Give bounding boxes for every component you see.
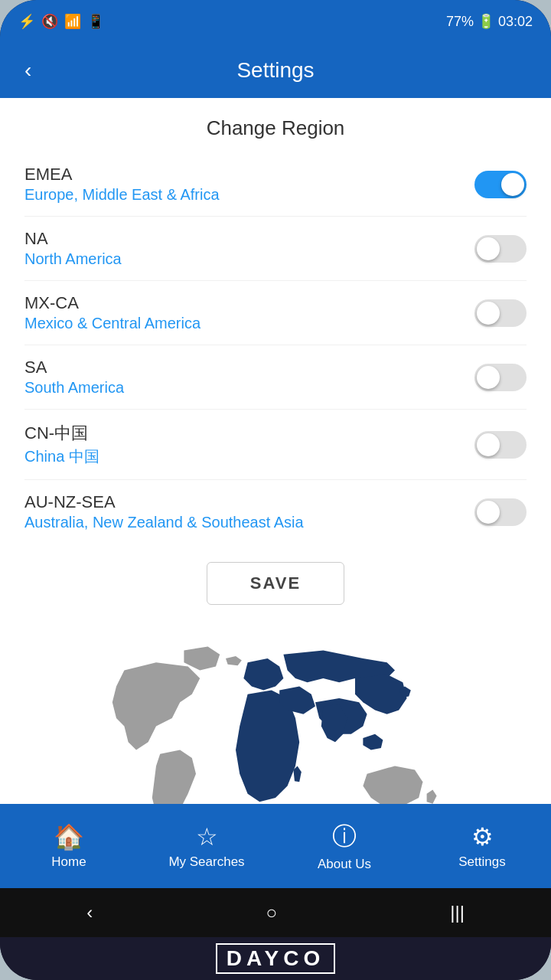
world-map	[77, 623, 474, 804]
region-toggle-5[interactable]	[474, 498, 527, 526]
region-name-2: Mexico & Central America	[24, 315, 201, 332]
region-code-1: NA	[24, 229, 122, 249]
region-name-1: North America	[24, 250, 122, 268]
region-toggle-4[interactable]	[474, 431, 527, 459]
dayco-brand: DAYCO	[216, 943, 336, 974]
region-item-3: SASouth America	[24, 345, 527, 410]
region-code-4: CN-中国	[24, 422, 99, 445]
info-icon: ⓘ	[332, 820, 357, 854]
region-code-0: EMEA	[24, 165, 220, 185]
toggle-knob-5	[477, 501, 500, 524]
time-display: 03:02	[498, 14, 533, 29]
brand-bar: DAYCO	[0, 937, 551, 980]
android-nav: ‹ ○ |||	[0, 888, 551, 937]
region-item-2: MX-CAMexico & Central America	[24, 281, 527, 345]
wifi-icon: 📶	[64, 13, 81, 30]
save-button[interactable]: SAVE	[207, 562, 344, 605]
back-button[interactable]: ‹	[18, 52, 37, 89]
region-name-3: South America	[24, 379, 124, 397]
nav-home[interactable]: 🏠 Home	[23, 822, 115, 870]
nav-settings[interactable]: ⚙ Settings	[436, 822, 528, 870]
region-item-5: AU-NZ-SEAAustralia, New Zealand & Southe…	[24, 480, 527, 544]
region-list: EMEAEurope, Middle East & AfricaNANorth …	[0, 152, 551, 544]
toggle-knob-1	[477, 237, 500, 260]
app-header: ‹ Settings	[0, 43, 551, 98]
region-code-5: AU-NZ-SEA	[24, 492, 304, 512]
save-area: SAVE	[0, 544, 551, 623]
home-nav-icon[interactable]: ○	[266, 902, 277, 923]
nav-searches-label: My Searches	[168, 854, 244, 870]
status-icons: ⚡ 🔇 📶 📱	[18, 13, 104, 30]
nav-home-label: Home	[51, 854, 86, 870]
bluetooth-icon: ⚡	[18, 13, 35, 30]
region-toggle-1[interactable]	[474, 235, 527, 263]
bottom-nav: 🏠 Home ☆ My Searches ⓘ About Us ⚙ Settin…	[0, 804, 551, 888]
toggle-knob-4	[477, 433, 500, 456]
region-toggle-0[interactable]	[474, 171, 527, 198]
region-item-4: CN-中国China 中国	[24, 410, 527, 480]
region-code-2: MX-CA	[24, 293, 201, 313]
region-name-0: Europe, Middle East & Africa	[24, 186, 220, 204]
status-bar: ⚡ 🔇 📶 📱 77% 🔋 03:02	[0, 0, 551, 43]
home-icon: 🏠	[54, 822, 84, 851]
region-toggle-2[interactable]	[474, 299, 527, 327]
world-map-area	[0, 623, 551, 804]
region-item-1: NANorth America	[24, 217, 527, 281]
region-toggle-3[interactable]	[474, 364, 527, 391]
page-title: Settings	[236, 58, 314, 83]
signal-icon: 📱	[87, 13, 104, 30]
nav-settings-label: Settings	[458, 854, 505, 870]
mute-icon: 🔇	[41, 13, 58, 30]
region-name-4: China 中国	[24, 446, 99, 467]
toggle-knob-3	[477, 366, 500, 389]
battery-time: 77% 🔋 03:02	[446, 13, 533, 30]
toggle-knob-0	[501, 173, 524, 196]
region-name-5: Australia, New Zealand & Southeast Asia	[24, 514, 304, 531]
main-content: Change Region EMEAEurope, Middle East & …	[0, 98, 551, 804]
section-title: Change Region	[0, 98, 551, 152]
nav-about-us[interactable]: ⓘ About Us	[298, 820, 390, 872]
toggle-knob-2	[477, 302, 500, 325]
recents-nav-icon[interactable]: |||	[450, 902, 465, 923]
battery-percent: 77%	[446, 14, 474, 29]
star-icon: ☆	[196, 822, 218, 851]
settings-icon: ⚙	[471, 822, 494, 851]
region-item-0: EMEAEurope, Middle East & Africa	[24, 152, 527, 217]
back-nav-icon[interactable]: ‹	[86, 902, 93, 923]
nav-my-searches[interactable]: ☆ My Searches	[161, 822, 253, 870]
nav-about-label: About Us	[318, 857, 371, 872]
region-code-3: SA	[24, 358, 124, 377]
